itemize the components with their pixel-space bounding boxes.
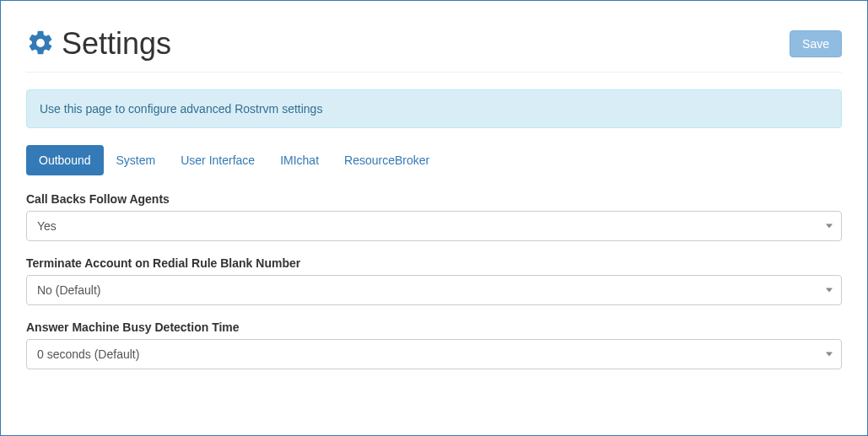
settings-panel: Settings Save Use this page to configure… (0, 0, 868, 436)
tab-imichat[interactable]: IMIchat (267, 145, 332, 175)
terminate-label: Terminate Account on Redial Rule Blank N… (26, 256, 842, 270)
page-title: Settings (62, 26, 171, 62)
chevron-down-icon (826, 288, 833, 293)
terminate-value: No (Default) (37, 283, 100, 297)
amd-value: 0 seconds (Default) (37, 347, 139, 361)
callbacks-label: Call Backs Follow Agents (26, 192, 842, 206)
info-message: Use this page to configure advanced Rost… (40, 102, 322, 116)
field-amd: Answer Machine Busy Detection Time 0 sec… (26, 320, 842, 369)
tab-user-interface[interactable]: User Interface (168, 145, 267, 175)
tab-outbound[interactable]: Outbound (26, 145, 104, 175)
chevron-down-icon (826, 224, 833, 229)
save-button[interactable]: Save (790, 30, 842, 57)
chevron-down-icon (826, 353, 833, 357)
amd-select[interactable]: 0 seconds (Default) (26, 339, 842, 369)
field-callbacks: Call Backs Follow Agents Yes (26, 192, 842, 241)
terminate-select[interactable]: No (Default) (26, 275, 842, 305)
info-panel: Use this page to configure advanced Rost… (26, 89, 842, 128)
tab-system[interactable]: System (104, 145, 169, 175)
header-row: Settings Save (26, 26, 842, 73)
title-wrap: Settings (26, 26, 171, 62)
callbacks-select[interactable]: Yes (26, 211, 842, 241)
tabs-nav: Outbound System User Interface IMIchat R… (26, 145, 842, 175)
tab-resourcebroker[interactable]: ResourceBroker (332, 145, 442, 175)
field-terminate: Terminate Account on Redial Rule Blank N… (26, 256, 842, 305)
gear-icon (26, 29, 55, 60)
callbacks-value: Yes (37, 219, 57, 233)
amd-label: Answer Machine Busy Detection Time (26, 320, 842, 334)
